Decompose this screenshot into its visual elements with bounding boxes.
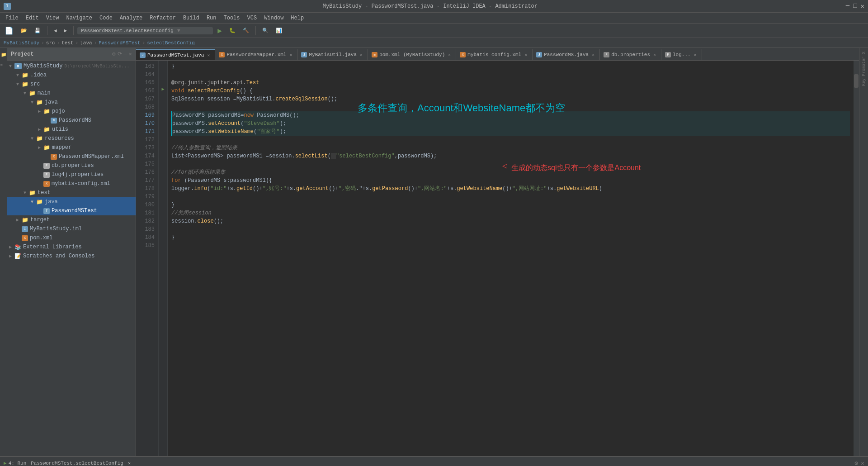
tree-item-mybatisstudy[interactable]: ▼ M MyBatisStudy D:\project\MyBatisStu..… (7, 62, 136, 71)
tab-mybatisconfig[interactable]: X mybatis-config.xml ✕ (456, 49, 533, 60)
run-settings-icon[interactable]: ⚙ (854, 460, 858, 466)
tree-item-utils[interactable]: ▶ 📁 utils (7, 125, 136, 134)
code-content[interactable]: } @org.junit.jupiter.api.Test void selec… (168, 61, 854, 456)
menu-vcs[interactable]: VCS (244, 13, 261, 24)
tree-item-target[interactable]: ▶ 📁 target (7, 215, 136, 224)
red-arrow: ◁ (502, 162, 507, 170)
run-btn[interactable]: ▶ (215, 25, 225, 36)
tree-item-pom[interactable]: X pom.xml (7, 233, 136, 243)
tree-item-log4j-properties[interactable]: P log4j.properties (7, 170, 136, 179)
tree-item-passwordmsmapper-xml[interactable]: X PasswordMSMapper.xml (7, 152, 136, 161)
tree-item-db-properties[interactable]: P db.properties (7, 161, 136, 170)
panel-sync-icon[interactable]: ⟳ (118, 51, 122, 57)
build-btn[interactable]: 🔨 (240, 25, 252, 36)
tree-item-main[interactable]: ▼ 📁 main (7, 89, 136, 98)
open-btn[interactable]: 📂 (18, 25, 30, 36)
breadcrumb-passwordmstest[interactable]: PasswordMSTest (99, 40, 140, 46)
menu-tools[interactable]: Tools (220, 13, 244, 24)
breadcrumb-selectbestconfig[interactable]: selectBestConfig (147, 40, 195, 46)
breadcrumb-test[interactable]: test (61, 40, 73, 46)
tab-dbproperties[interactable]: P db.properties ✕ (600, 49, 661, 60)
menu-window[interactable]: Window (260, 13, 287, 24)
tree-item-test-java[interactable]: ▼ 📁 java (7, 197, 136, 206)
minimize-btn[interactable]: ─ (846, 2, 849, 10)
tab-passwordms-close[interactable]: ✕ (590, 52, 596, 57)
save-btn[interactable]: 💾 (32, 25, 43, 36)
tree-item-passwordmstest[interactable]: T PasswordMSTest (7, 206, 136, 215)
code-line-183 (171, 225, 850, 233)
menu-help[interactable]: Help (287, 13, 307, 24)
tree-item-mybatis-config[interactable]: X mybatis-config.xml (7, 179, 136, 188)
tab-xml-icon2: m (372, 52, 377, 57)
key-promoter-label[interactable]: Key Promoter X (862, 52, 866, 86)
tab-passwordmsmapper[interactable]: X PasswordMSMapper.xml ✕ (215, 49, 297, 60)
forward-btn[interactable]: ▶ (61, 25, 70, 36)
tab-dbproperties-close[interactable]: ✕ (652, 52, 657, 57)
tree-item-scratches[interactable]: ▶ 📝 Scratches and Consoles (7, 252, 136, 261)
tab-passwordmstest[interactable]: J PasswordMSTest.java ✕ (136, 49, 215, 60)
code-line-184: } (171, 233, 850, 242)
project-panel: Project ⚙ ⟳ ─ ✕ ▼ M MyBatisStudy D:\proj… (7, 48, 136, 456)
tab-mybatisutil-close[interactable]: ✕ (359, 52, 364, 57)
panel-settings-icon[interactable]: ⚙ (112, 51, 115, 57)
project-icon[interactable]: 📁 (0, 52, 7, 58)
menu-file[interactable]: File (2, 13, 22, 24)
tab-mybatisutil[interactable]: J MyBatisUtil.java ✕ (297, 49, 368, 60)
search-everywhere-btn[interactable]: 🔍 (259, 25, 271, 36)
code-line-185 (171, 242, 850, 250)
tree-item-mapper[interactable]: ▶ 📁 mapper (7, 143, 136, 152)
run-config-dropdown[interactable]: PasswordMSTest.selectBestConfig ▼ (77, 27, 213, 34)
project-panel-header: Project ⚙ ⟳ ─ ✕ (7, 48, 136, 61)
run-test-icon[interactable]: ▶ (161, 86, 164, 92)
window-controls[interactable]: ─ □ ✕ (846, 2, 864, 10)
menu-view[interactable]: View (42, 13, 63, 24)
profiler-btn[interactable]: 📊 (273, 25, 285, 36)
tree-item-iml[interactable]: I MyBatisStudy.iml (7, 224, 136, 233)
run-name: PasswordMSTest.selectBestConfig (31, 461, 123, 466)
close-btn[interactable]: ✕ (861, 2, 864, 10)
panel-close-icon[interactable]: ✕ (129, 51, 132, 57)
code-line-163: } (171, 62, 850, 71)
breadcrumb-mybatisstudy[interactable]: MyBatisStudy (4, 40, 39, 46)
run-panel-close[interactable]: ✕ (861, 460, 864, 466)
new-btn[interactable]: 📄 (2, 25, 16, 36)
menu-code[interactable]: Code (96, 13, 116, 24)
breadcrumb-src[interactable]: src (46, 40, 55, 46)
tree-item-pojo[interactable]: ▶ 📁 pojo (7, 107, 136, 116)
bottom-panel: ▶ 4: Run PasswordMSTest.selectBestConfig… (0, 456, 868, 466)
scrollbar-thumb (854, 74, 859, 88)
tree-item-src[interactable]: ▼ 📁 src (7, 80, 136, 89)
run-close[interactable]: ✕ (128, 461, 131, 466)
scrollbar-minimap[interactable] (854, 61, 859, 456)
tab-pom[interactable]: m pom.xml (MyBatisStudy) ✕ (368, 49, 456, 60)
tab-log-label: log... (673, 52, 691, 57)
run-tab-label[interactable]: ▶ 4: Run (4, 460, 26, 466)
tree-item-resources[interactable]: ▼ 📁 resources (7, 134, 136, 143)
tree-item-external-libs[interactable]: ▶ 📚 External Libraries (7, 243, 136, 252)
tab-log[interactable]: P log... ✕ (661, 49, 702, 60)
tab-passwordms[interactable]: J PasswordMS.java ✕ (533, 49, 600, 60)
tree-item-test[interactable]: ▼ 📁 test (7, 188, 136, 197)
tab-pom-close[interactable]: ✕ (447, 52, 452, 57)
menu-navigate[interactable]: Navigate (62, 13, 96, 24)
floating-red-annotation: 生成的动态sql也只有一个参数是Account (511, 164, 641, 172)
back-btn[interactable]: ◀ (51, 25, 60, 36)
structure-icon[interactable]: ≡ (0, 63, 7, 70)
tab-passwordmstest-close[interactable]: ✕ (206, 52, 211, 58)
tab-passwordmsmapper-close[interactable]: ✕ (288, 52, 293, 57)
tree-item-idea[interactable]: ▼ 📁 .idea (7, 71, 136, 80)
debug-btn[interactable]: 🐛 (226, 25, 238, 36)
menu-edit[interactable]: Edit (22, 13, 42, 24)
tab-log-close[interactable]: ✕ (693, 52, 698, 57)
panel-collapse-icon[interactable]: ─ (124, 51, 127, 57)
menu-analyze[interactable]: Analyze (116, 13, 146, 24)
tree-item-passwordms[interactable]: C PasswordMS (7, 116, 136, 125)
menu-build[interactable]: Build (179, 13, 203, 24)
menu-run[interactable]: Run (203, 13, 220, 24)
tree-item-java[interactable]: ▼ 📁 java (7, 98, 136, 107)
maximize-btn[interactable]: □ (853, 2, 857, 10)
breadcrumb-java[interactable]: java (80, 40, 92, 46)
tab-mybatisconfig-close[interactable]: ✕ (523, 52, 528, 57)
menu-refactor[interactable]: Refactor (146, 13, 179, 24)
title-text: MyBatisStudy - PasswordMSTest.java - Int… (14, 3, 846, 10)
